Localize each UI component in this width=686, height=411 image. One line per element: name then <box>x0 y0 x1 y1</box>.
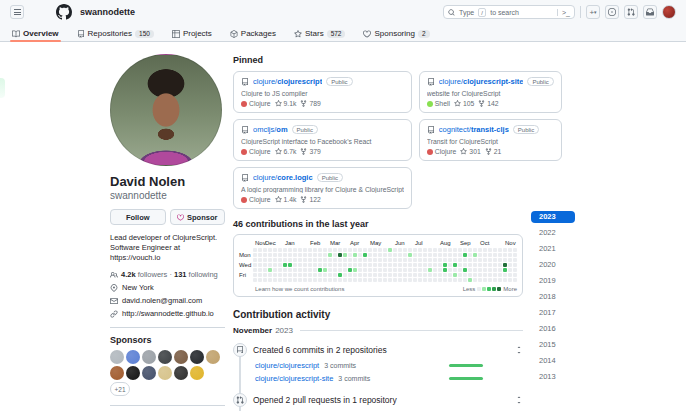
contribution-cell[interactable] <box>428 268 432 272</box>
contribution-cell[interactable] <box>398 253 402 257</box>
contribution-cell[interactable] <box>428 263 432 267</box>
contribution-cell[interactable] <box>503 248 507 252</box>
contribution-cell[interactable] <box>423 263 427 267</box>
contribution-cell[interactable] <box>288 268 292 272</box>
contribution-cell[interactable] <box>388 263 392 267</box>
contribution-cell[interactable] <box>448 258 452 262</box>
contribution-cell[interactable] <box>438 253 442 257</box>
contribution-cell[interactable] <box>438 248 442 252</box>
contribution-cell[interactable] <box>438 263 442 267</box>
repo-link[interactable]: clojure/clojurescript <box>253 77 322 86</box>
contribution-cell[interactable] <box>278 273 282 277</box>
contribution-cell[interactable] <box>463 268 467 272</box>
contribution-cell[interactable] <box>268 278 272 282</box>
contribution-cell[interactable] <box>388 248 392 252</box>
contribution-cell[interactable] <box>433 273 437 277</box>
contribution-cell[interactable] <box>358 273 362 277</box>
contribution-cell[interactable] <box>263 268 267 272</box>
contribution-cell[interactable] <box>288 273 292 277</box>
sponsor-avatar[interactable] <box>126 350 140 364</box>
unfold-icon[interactable] <box>515 346 523 354</box>
contribution-cell[interactable] <box>408 278 412 282</box>
contribution-cell[interactable] <box>358 253 362 257</box>
contribution-cell[interactable] <box>398 268 402 272</box>
contribution-cell[interactable] <box>353 273 357 277</box>
contribution-cell[interactable] <box>273 273 277 277</box>
contribution-cell[interactable] <box>288 258 292 262</box>
year-2018[interactable]: 2018 <box>531 291 575 303</box>
contribution-cell[interactable] <box>308 278 312 282</box>
contribution-cell[interactable] <box>398 273 402 277</box>
contribution-cell[interactable] <box>508 268 512 272</box>
contribution-cell[interactable] <box>428 248 432 252</box>
contribution-cell[interactable] <box>338 258 342 262</box>
contribution-cell[interactable] <box>268 268 272 272</box>
fork-count[interactable]: 122 <box>300 196 320 203</box>
contribution-cell[interactable] <box>358 278 362 282</box>
contribution-cell[interactable] <box>253 263 257 267</box>
contribution-cell[interactable] <box>278 278 282 282</box>
contribution-cell[interactable] <box>288 248 292 252</box>
tab-packages[interactable]: Packages <box>228 29 278 42</box>
contribution-cell[interactable] <box>513 278 517 282</box>
contribution-cell[interactable] <box>333 248 337 252</box>
contribution-cell[interactable] <box>368 248 372 252</box>
contribution-cell[interactable] <box>443 248 447 252</box>
contribution-cell[interactable] <box>498 278 502 282</box>
contribution-cell[interactable] <box>488 273 492 277</box>
contribution-cell[interactable] <box>513 273 517 277</box>
contribution-cell[interactable] <box>363 273 367 277</box>
contribution-cell[interactable] <box>253 258 257 262</box>
contribution-cell[interactable] <box>328 273 332 277</box>
year-2017[interactable]: 2017 <box>531 307 575 319</box>
sponsor-avatar[interactable] <box>174 366 188 380</box>
contribution-cell[interactable] <box>318 268 322 272</box>
contribution-cell[interactable] <box>493 278 497 282</box>
contribution-cell[interactable] <box>293 273 297 277</box>
contribution-cell[interactable] <box>408 258 412 262</box>
contribution-cell[interactable] <box>513 253 517 257</box>
contribution-cell[interactable] <box>293 258 297 262</box>
profile-photo[interactable] <box>110 54 222 166</box>
contribution-cell[interactable] <box>408 273 412 277</box>
sponsor-avatar[interactable] <box>174 350 188 364</box>
contribution-cell[interactable] <box>483 278 487 282</box>
contribution-cell[interactable] <box>393 268 397 272</box>
contribution-cell[interactable] <box>483 268 487 272</box>
contribution-cell[interactable] <box>308 248 312 252</box>
contribution-cell[interactable] <box>438 278 442 282</box>
contribution-cell[interactable] <box>488 258 492 262</box>
contribution-cell[interactable] <box>508 248 512 252</box>
contribution-cell[interactable] <box>473 258 477 262</box>
contribution-cell[interactable] <box>253 278 257 282</box>
contribution-cell[interactable] <box>508 278 512 282</box>
contribution-cell[interactable] <box>313 248 317 252</box>
contribution-cell[interactable] <box>413 253 417 257</box>
contribution-cell[interactable] <box>493 268 497 272</box>
contribution-cell[interactable] <box>318 273 322 277</box>
contribution-cell[interactable] <box>463 253 467 257</box>
contribution-cell[interactable] <box>283 263 287 267</box>
repo-link[interactable]: clojure/core.logic <box>253 173 313 182</box>
contribution-cell[interactable] <box>338 268 342 272</box>
fork-count[interactable]: 142 <box>478 100 498 107</box>
header-username[interactable]: swannodette <box>80 7 135 17</box>
contribution-cell[interactable] <box>358 248 362 252</box>
contribution-cell[interactable] <box>433 268 437 272</box>
contribution-cell[interactable] <box>258 263 262 267</box>
contribution-cell[interactable] <box>283 273 287 277</box>
contribution-cell[interactable] <box>453 263 457 267</box>
contribution-cell[interactable] <box>488 278 492 282</box>
contribution-cell[interactable] <box>413 278 417 282</box>
contribution-cell[interactable] <box>303 278 307 282</box>
profile-website[interactable]: http://swannodette.github.io <box>110 309 225 318</box>
contribution-cell[interactable] <box>473 253 477 257</box>
contribution-cell[interactable] <box>453 268 457 272</box>
contribution-cell[interactable] <box>503 273 507 277</box>
contribution-cell[interactable] <box>273 263 277 267</box>
contribution-cell[interactable] <box>258 248 262 252</box>
contribution-cell[interactable] <box>388 273 392 277</box>
sponsor-avatar[interactable] <box>110 366 124 380</box>
contribution-cell[interactable] <box>378 253 382 257</box>
contribution-cell[interactable] <box>348 258 352 262</box>
